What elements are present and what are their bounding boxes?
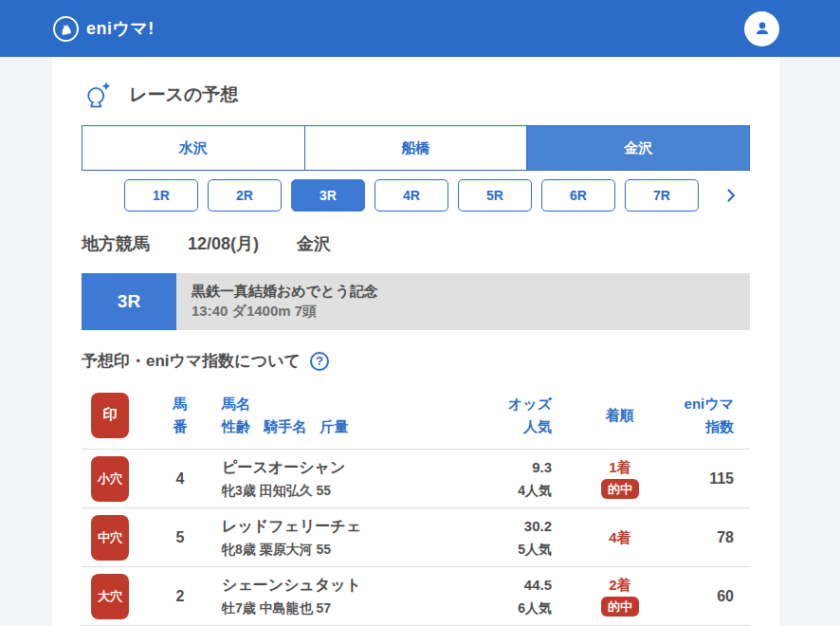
race-button-5r[interactable]: 5R [458, 179, 532, 212]
result-cell: 1着 的中 [554, 458, 667, 499]
horse-detail: 牡7歳 中島龍也 57 [222, 597, 413, 619]
horse-cell: ピースオーシャン 牝3歳 田知弘久 55 [222, 456, 413, 502]
odds-cell: 44.5 6人気 [413, 574, 554, 619]
app-title: eniウマ! [86, 17, 155, 40]
help-icon[interactable]: ? [310, 352, 329, 371]
mark-header-badge: 印 [91, 393, 129, 438]
header-odds: オッズ 人気 [413, 393, 554, 438]
hit-badge: 的中 [601, 597, 639, 617]
header-number: 馬 番 [138, 393, 222, 438]
horse-number: 5 [138, 529, 222, 546]
horse-cell: レッドフェリーチェ 牝8歳 栗原大河 55 [222, 515, 413, 561]
header-result: 着順 [554, 404, 667, 427]
race-button-3r[interactable]: 3R [291, 179, 365, 212]
odds-cell: 30.2 5人気 [413, 515, 554, 561]
result-cell: 4着 [554, 528, 667, 547]
race-button-6r[interactable]: 6R [541, 179, 615, 212]
popularity: 5人気 [413, 538, 552, 561]
table-row: 中穴 5 レッドフェリーチェ 牝8歳 栗原大河 55 30.2 5人気 4着 7… [82, 508, 750, 567]
race-banner-body: 黒鉄一真結婚おめでとう記念 13:40 ダ1400m 7頭 [176, 273, 750, 330]
race-title: 黒鉄一真結婚おめでとう記念 [192, 283, 735, 301]
header-number-line1: 馬 [138, 393, 222, 415]
header-odds-line1: オッズ [413, 393, 552, 415]
mark-cell: 中穴 [82, 515, 138, 561]
app-logo[interactable]: eniウマ! [53, 16, 155, 42]
header-number-line2: 番 [138, 415, 222, 438]
finish-position: 2着 [609, 576, 630, 595]
table-header-row: 印 馬 番 馬名 性齢 騎手名 斤量 オッズ 人気 着順 eniウマ 指数 [82, 381, 750, 450]
race-selector: 1R 2R 3R 4R 5R 6R 7R [82, 179, 750, 212]
popularity: 6人気 [413, 597, 552, 619]
horse-logo-icon [53, 16, 79, 42]
race-category: 地方競馬 [82, 232, 150, 255]
venue-tab-kanazawa[interactable]: 金沢 [527, 126, 749, 170]
horse-name: ピースオーシャン [222, 456, 413, 479]
venue-tab-label: 金沢 [624, 139, 652, 157]
section-title: レースの予想 [129, 83, 238, 107]
race-banner: 3R 黒鉄一真結婚おめでとう記念 13:40 ダ1400m 7頭 [82, 273, 750, 330]
header-odds-line2: 人気 [413, 415, 552, 438]
race-button-1r[interactable]: 1R [124, 179, 198, 212]
prediction-card: レースの予想 水沢 船橋 金沢 1R 2R 3R 4R 5R 6R 7R 地方競… [52, 57, 779, 626]
venue-tab-label: 船橋 [402, 139, 430, 157]
header-index-line1: eniウマ [667, 393, 734, 415]
race-button-7r[interactable]: 7R [625, 179, 699, 212]
race-button-2r[interactable]: 2R [208, 179, 282, 212]
race-meta: 地方競馬 12/08(月) 金沢 [82, 232, 750, 255]
header-name: 馬名 性齢 騎手名 斤量 [222, 393, 413, 438]
hit-badge: 的中 [601, 479, 639, 499]
race-venue: 金沢 [297, 232, 331, 255]
eni-index: 115 [667, 470, 749, 488]
horse-detail: 牝3歳 田知弘久 55 [222, 479, 413, 502]
race-date: 12/08(月) [188, 232, 259, 255]
race-button-4r[interactable]: 4R [374, 179, 448, 212]
section-heading: レースの予想 [82, 80, 750, 110]
header-name-line1: 馬名 [222, 393, 413, 415]
person-icon [752, 18, 773, 39]
horse-number: 2 [138, 588, 222, 605]
eni-index: 78 [667, 529, 749, 546]
race-number-badge: 3R [82, 273, 176, 330]
header-name-line2: 性齢 騎手名 斤量 [222, 415, 413, 438]
table-row: 大穴 2 シェーンシュタット 牡7歳 中島龍也 57 44.5 6人気 2着 的… [82, 567, 750, 626]
eni-index: 60 [667, 588, 749, 605]
question-glyph: ? [316, 354, 323, 368]
odds-value: 44.5 [413, 574, 552, 597]
chevron-right-icon [723, 188, 739, 203]
odds-value: 30.2 [413, 515, 552, 538]
race-info: 13:40 ダ1400m 7頭 [192, 303, 735, 321]
prediction-table: 印 馬 番 馬名 性齢 騎手名 斤量 オッズ 人気 着順 eniウマ 指数 [82, 381, 750, 626]
horse-number: 4 [138, 470, 222, 488]
horse-detail: 牝8歳 栗原大河 55 [222, 538, 413, 561]
finish-position: 4着 [609, 528, 630, 547]
odds-cell: 9.3 4人気 [413, 456, 554, 502]
crystal-ball-icon [84, 80, 113, 110]
header-index-line2: 指数 [667, 415, 734, 438]
venue-tabs: 水沢 船橋 金沢 [82, 125, 750, 171]
finish-position: 1着 [609, 458, 630, 477]
horse-name: シェーンシュタット [222, 574, 413, 597]
app-header: eniウマ! [0, 0, 840, 57]
popularity: 4人気 [413, 479, 552, 502]
table-row: 小穴 4 ピースオーシャン 牝3歳 田知弘久 55 9.3 4人気 1着 的中 … [82, 450, 750, 508]
mark-cell: 小穴 [82, 456, 138, 502]
header-index: eniウマ 指数 [667, 393, 749, 438]
next-races-button[interactable] [723, 188, 739, 203]
mark-cell: 大穴 [82, 574, 138, 619]
header-mark-cell: 印 [82, 393, 138, 438]
venue-tab-funabashi[interactable]: 船橋 [305, 126, 528, 170]
venue-tab-mizusawa[interactable]: 水沢 [82, 126, 305, 170]
venue-tab-label: 水沢 [179, 139, 208, 157]
mark-badge: 中穴 [91, 515, 129, 561]
account-button[interactable] [744, 11, 779, 46]
mark-badge: 小穴 [91, 456, 129, 502]
horse-name: レッドフェリーチェ [222, 515, 413, 538]
horse-cell: シェーンシュタット 牡7歳 中島龍也 57 [222, 574, 413, 619]
about-label: 予想印・eniウマ指数について [82, 350, 301, 372]
about-line: 予想印・eniウマ指数について ? [82, 350, 750, 372]
odds-value: 9.3 [413, 456, 552, 479]
result-cell: 2着 的中 [554, 576, 667, 617]
mark-badge: 大穴 [91, 574, 129, 619]
